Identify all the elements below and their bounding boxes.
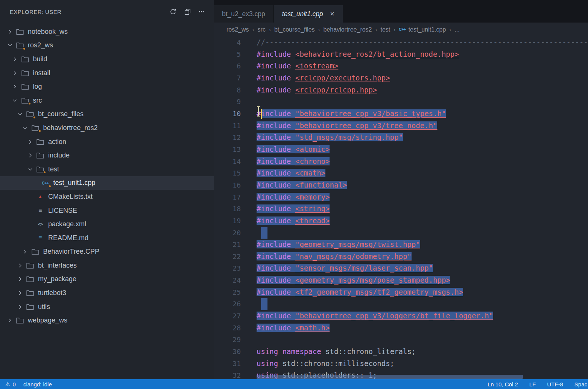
code-line-17[interactable]: 17#include <memory> — [214, 191, 588, 203]
line-content: #include <behaviortree_ros2/bt_action_no… — [241, 48, 459, 61]
code-line-8[interactable]: 8#include <rclcpp/rclcpp.hpp> — [214, 84, 588, 96]
code-line-14[interactable]: 14#include <chrono> — [214, 156, 588, 168]
chevron-right-icon[interactable] — [15, 263, 25, 268]
tree-folder-turtlebot3[interactable]: turtlebot3 — [0, 286, 214, 300]
tree-folder-include[interactable]: include — [0, 148, 214, 162]
chevron-down-icon[interactable] — [15, 111, 25, 117]
breadcrumb-overflow[interactable]: ... — [454, 26, 459, 33]
tree-file-package.xml[interactable]: <>package.xml — [0, 217, 214, 231]
tree-file-CMakeLists.txt[interactable]: ▲CMakeLists.txt — [0, 190, 214, 204]
code-line-29[interactable]: 29 — [214, 334, 588, 346]
code-line-28[interactable]: 28#include <math.h> — [214, 322, 588, 334]
code-line-22[interactable]: 22#include "nav_msgs/msg/odometry.hpp" — [214, 251, 588, 263]
code-line-5[interactable]: 5#include <behaviortree_ros2/bt_action_n… — [214, 48, 588, 61]
chevron-right-icon[interactable] — [25, 139, 35, 145]
clangd-status[interactable]: clangd: idle — [23, 381, 52, 387]
status-utf-8[interactable]: UTF-8 — [547, 381, 563, 387]
code-line-16[interactable]: 16#include <functional> — [214, 179, 588, 191]
code-line-23[interactable]: 23#include "sensor_msgs/msg/laser_scan.h… — [214, 262, 588, 274]
breadcrumb-item-bt_course_files[interactable]: bt_course_files — [274, 26, 315, 33]
code-line-26[interactable]: 26 — [214, 298, 588, 310]
chevron-down-icon[interactable] — [10, 98, 20, 103]
line-content: #include <rclcpp/rclcpp.hpp> — [241, 84, 377, 96]
chevron-down-icon[interactable] — [25, 166, 35, 172]
cmake-file-icon: ▲ — [35, 192, 45, 201]
tree-file-README.md[interactable]: ≡README.md — [0, 231, 214, 245]
more-actions-icon[interactable] — [196, 6, 208, 18]
code-line-12[interactable]: 12#include "std_msgs/msg/string.hpp" — [214, 132, 588, 144]
status-spac[interactable]: Spac — [574, 381, 587, 387]
tree-folder-src[interactable]: src — [0, 94, 214, 107]
code-line-4[interactable]: 4//-------------------------------------… — [214, 36, 588, 48]
chevron-right-icon[interactable] — [10, 70, 20, 76]
code-line-6[interactable]: 6#include <iostream> — [214, 60, 588, 72]
tree-folder-webpage_ws[interactable]: webpage_ws — [0, 313, 214, 327]
tree-folder-install[interactable]: install — [0, 66, 214, 80]
code-line-19[interactable]: 19#include <thread> — [214, 215, 588, 227]
chevron-right-icon[interactable] — [20, 249, 30, 254]
line-content: #include "sensor_msgs/msg/laser_scan.hpp… — [241, 262, 433, 274]
breadcrumb-item-src[interactable]: src — [258, 26, 266, 33]
code-line-10[interactable]: 10#include "behaviortree_cpp_v3/basic_ty… — [214, 108, 588, 120]
chevron-right-icon[interactable] — [15, 304, 25, 310]
tree-folder-action[interactable]: action — [0, 135, 214, 149]
code-line-27[interactable]: 27#include "behaviortree_cpp_v3/loggers/… — [214, 310, 588, 322]
tree-item-label: turtlebot3 — [38, 289, 66, 297]
code-line-15[interactable]: 15#include <cmath> — [214, 167, 588, 179]
chevron-down-icon[interactable] — [20, 125, 30, 131]
tree-file-LICENSE[interactable]: ≡LICENSE — [0, 204, 214, 218]
chevron-right-icon[interactable] — [10, 84, 20, 89]
horizontal-scrollbar[interactable] — [257, 375, 523, 379]
chevron-down-icon[interactable] — [5, 42, 15, 48]
line-number: 7 — [214, 72, 241, 84]
code-line-13[interactable]: 13#include <atomic> — [214, 144, 588, 156]
tree-folder-behaviortree_ros2[interactable]: behaviortree_ros2 — [0, 121, 214, 135]
line-number: 26 — [214, 298, 241, 310]
code-editor[interactable]: 4//-------------------------------------… — [214, 36, 588, 379]
tree-folder-utils[interactable]: utils — [0, 300, 214, 314]
tree-folder-my_package[interactable]: my_package — [0, 272, 214, 286]
breadcrumb-item-behaviortree_ros2[interactable]: behaviortree_ros2 — [324, 26, 372, 33]
tree-folder-notebook_ws[interactable]: notebook_ws — [0, 25, 214, 39]
tree-folder-ros2_ws[interactable]: ros2_ws — [0, 39, 214, 53]
code-line-7[interactable]: 7#include <rclcpp/executors.hpp> — [214, 72, 588, 84]
code-line-24[interactable]: 24#include <geometry_msgs/msg/pose_stamp… — [214, 274, 588, 286]
split-editor-icon[interactable] — [181, 6, 193, 18]
status-lf[interactable]: LF — [529, 381, 536, 387]
tree-folder-BehaviorTree.CPP[interactable]: BehaviorTree.CPP — [0, 245, 214, 259]
breadcrumb-item-ros2_ws[interactable]: ros2_ws — [226, 26, 249, 33]
chevron-right-icon[interactable] — [10, 56, 20, 62]
tree-folder-bt_interfaces[interactable]: bt_interfaces — [0, 259, 214, 272]
code-line-11[interactable]: 11#include "behaviortree_cpp_v3/tree_nod… — [214, 120, 588, 132]
code-line-20[interactable]: 20 — [214, 227, 588, 239]
folder-icon — [20, 55, 30, 63]
tree-file-test_unit1.cpp[interactable]: C++test_unit1.cpp — [0, 176, 214, 190]
code-line-25[interactable]: 25#include <tf2_geometry_msgs/tf2_geomet… — [214, 286, 588, 298]
tab-test_unit1.cpp[interactable]: test_unit1.cpp✕ — [274, 5, 343, 23]
warning-icon: ⚠ — [5, 381, 10, 387]
tree-folder-bt_course_files[interactable]: bt_course_files — [0, 107, 214, 121]
problems-indicator[interactable]: ⚠ 0 — [5, 381, 16, 387]
tree-folder-test[interactable]: test — [0, 162, 214, 176]
close-icon[interactable]: ✕ — [330, 11, 335, 17]
tree-folder-build[interactable]: build — [0, 52, 214, 66]
code-line-31[interactable]: 31using std::chrono::milliseconds; — [214, 358, 588, 370]
chevron-right-icon[interactable] — [5, 318, 15, 323]
tree-item-label: utils — [38, 303, 50, 311]
code-line-21[interactable]: 21#include "geometry_msgs/msg/twist.hpp" — [214, 239, 588, 251]
line-content — [241, 96, 257, 108]
chevron-right-icon[interactable] — [15, 290, 25, 296]
chevron-right-icon[interactable] — [15, 276, 25, 282]
chevron-right-icon[interactable] — [25, 153, 35, 158]
status-ln-10-col-2[interactable]: Ln 10, Col 2 — [488, 381, 518, 387]
breadcrumb-item-test[interactable]: test — [381, 26, 390, 33]
code-line-18[interactable]: 18#include <string> — [214, 203, 588, 215]
code-line-9[interactable]: 9 — [214, 96, 588, 108]
chevron-right-icon[interactable] — [5, 29, 15, 35]
refresh-icon[interactable] — [167, 6, 179, 18]
code-line-30[interactable]: 30using namespace std::chrono_literals; — [214, 346, 588, 358]
tab-bt_u2_ex3.cpp[interactable]: bt_u2_ex3.cpp — [214, 5, 274, 23]
tree-folder-log[interactable]: log — [0, 80, 214, 94]
tree-item-label: install — [33, 69, 50, 77]
breadcrumb-item-file[interactable]: test_unit1.cpp — [409, 26, 446, 33]
